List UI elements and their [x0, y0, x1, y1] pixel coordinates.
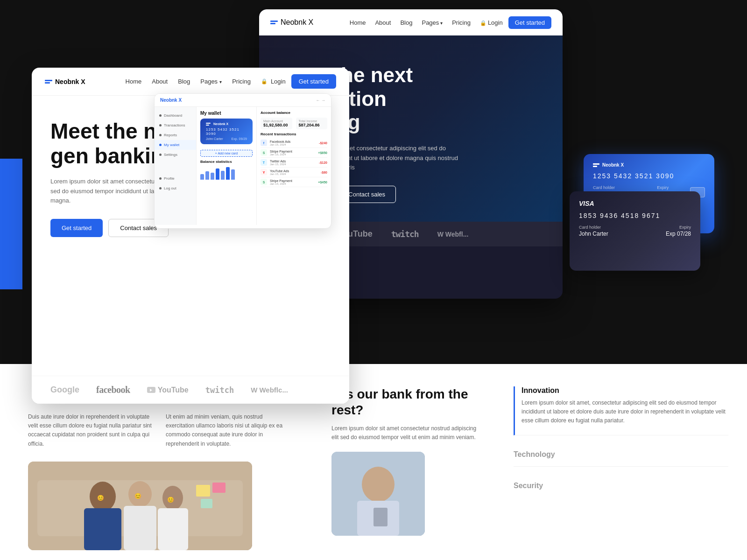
person-photo	[331, 452, 425, 536]
blue-card-logo-mark	[593, 163, 599, 167]
dash-sidebar-profile[interactable]: Profile	[155, 174, 196, 183]
dark-nav-logo: Neobnk X	[270, 18, 313, 27]
svg-rect-5	[124, 506, 156, 550]
white-nav-logo: Neobnk X	[45, 78, 85, 85]
white-nav-blog[interactable]: Blog	[178, 78, 190, 85]
bar-3	[211, 173, 214, 180]
black-card-footer: Card holder John Carter Expiry Exp 07/28	[579, 225, 691, 237]
svg-text:😊: 😊	[97, 494, 104, 501]
dark-nav-get-started-button[interactable]: Get started	[508, 16, 551, 29]
white-get-started-button[interactable]: Get started	[50, 219, 103, 237]
black-credit-card: VISA 1853 9436 4518 9671 Card holder Joh…	[570, 191, 700, 271]
dark-nav-about[interactable]: About	[375, 19, 391, 26]
trans-icon-stripe2: S	[261, 179, 267, 185]
trans-icon-facebook: f	[261, 140, 267, 146]
dark-nav-home[interactable]: Home	[350, 19, 366, 26]
differentiator-title: kes our bank from the rest?	[331, 386, 481, 418]
svg-rect-13	[201, 499, 212, 508]
dash-wallet-title: My wallet	[200, 111, 253, 116]
dark-nav-logo-text: Neobnk X	[281, 18, 313, 27]
svg-rect-11	[196, 485, 210, 497]
trans-icon-stripe1: S	[261, 149, 267, 156]
feature-security[interactable]: Security	[514, 474, 728, 497]
logo-mark-icon	[270, 21, 278, 24]
dash-recent-trans-title: Recent transactions	[261, 132, 327, 136]
dash-sidebar-wallet[interactable]: My wallet	[155, 140, 196, 150]
trans-icon-twitter: T	[261, 159, 267, 166]
white-nav-about[interactable]: About	[152, 78, 168, 85]
dash-total-income: Total Income $87,204.86	[296, 118, 328, 129]
trans-item-1: f Facebook Ads Jan 15, 2024 -$240	[261, 138, 327, 148]
dark-login-button[interactable]: Login	[480, 19, 503, 26]
feature-technology[interactable]: Technology	[514, 443, 728, 467]
white-partner-youtube: YouTube	[147, 386, 189, 394]
blue-card-number: 1253 5432 3521 3090	[593, 172, 705, 180]
dash-sidebar-settings[interactable]: Settings	[155, 150, 196, 160]
dash-transactions-title: Balance statistics	[200, 160, 253, 164]
dark-nav: Neobnk X Home About Blog Pages Pricing L…	[259, 9, 563, 35]
trans-icon-youtube: Y	[261, 169, 267, 175]
dash-sidebar-reports[interactable]: Reports	[155, 130, 196, 140]
bar-4	[216, 168, 219, 180]
dash-mini-card: Neobnk X 1253 5432 3521 3090 John Carter…	[200, 119, 253, 144]
black-card-holder-label: Card holder	[579, 225, 608, 230]
dash-header: Neobnk X ← →	[155, 94, 331, 107]
white-nav: Neobnk X Home About Blog Pages Pricing L…	[32, 68, 349, 96]
dash-sidebar-transactions[interactable]: Transactions	[155, 120, 196, 130]
white-partner-google: Google	[50, 385, 79, 395]
dash-card-brand-name: Neobnk X	[213, 122, 228, 126]
bank-col-2: Ut enim ad minim veniam, quis nostrud ex…	[166, 413, 289, 448]
dash-sidebar-bottom: Profile Log out	[155, 174, 196, 193]
bar-7	[231, 169, 235, 180]
white-login-button[interactable]: Login	[261, 78, 286, 85]
bank-account-cols: Duis aute irure dolor in reprehenderit i…	[28, 413, 289, 448]
white-nav-get-started-button[interactable]: Get started	[291, 74, 336, 89]
blue-card-expiry-label: Expiry	[643, 185, 669, 190]
dash-add-card-button[interactable]: + Add new card	[200, 150, 253, 157]
dash-main-content: My wallet Neobnk X 1253 5432 3521 3090 J…	[197, 107, 256, 225]
dash-main-balance: Main Account $1,92,580.00	[261, 118, 292, 129]
youtube-icon-white	[147, 387, 155, 393]
svg-point-15	[362, 467, 395, 502]
dash-card-number: 1253 5432 3521 3090	[206, 127, 247, 136]
svg-rect-7	[158, 508, 188, 550]
dash-sidebar-logout[interactable]: Log out	[155, 183, 196, 193]
dark-partner-twitch: twitch	[391, 229, 419, 239]
black-card-expiry: Exp 07/28	[666, 231, 691, 237]
dash-right-panel: Account balance Main Account $1,92,580.0…	[256, 107, 331, 225]
svg-rect-3	[84, 508, 121, 550]
dash-card-brand: Neobnk X	[206, 122, 247, 126]
trans-item-3: T Twitter Ads Jan 15, 2024 -$120	[261, 158, 327, 168]
dark-nav-links: Home About Blog Pages Pricing	[350, 19, 471, 26]
dark-nav-pricing[interactable]: Pricing	[452, 19, 471, 26]
credit-cards-stack: Neobnk X 1253 5432 3521 3090 Card holder…	[570, 154, 719, 275]
dash-card-holder: John Carter	[206, 137, 223, 140]
white-nav-pages[interactable]: Pages	[200, 78, 222, 85]
trans-item-2: S Stripe Payment Jan 15, 2024 +$850	[261, 148, 327, 158]
blue-card-brand: Neobnk X	[593, 162, 705, 168]
bar-5	[221, 171, 225, 180]
dash-sidebar-dashboard[interactable]: Dashboard	[155, 111, 196, 120]
dash-nav-controls: ← →	[316, 98, 325, 103]
features-list: Innovation Lorem ipsum dolor sit amet, c…	[514, 386, 728, 497]
black-card-expiry-block: Expiry Exp 07/28	[666, 225, 691, 237]
svg-rect-17	[374, 508, 388, 526]
white-nav-logo-text: Neobnk X	[55, 78, 85, 85]
trans-item-4: Y YouTube Ads Jan 15, 2024 -$80	[261, 168, 327, 177]
feature-innovation: Innovation Lorem ipsum dolor sit amet, c…	[514, 386, 728, 435]
white-partners-row: Google facebook YouTube twitch W Webflc.…	[32, 376, 349, 404]
dark-nav-blog[interactable]: Blog	[400, 19, 412, 26]
black-card-holder: John Carter	[579, 231, 608, 237]
bar-2	[205, 171, 209, 180]
white-nav-pricing[interactable]: Pricing	[232, 78, 251, 85]
svg-text:😊: 😊	[167, 496, 174, 503]
dash-transactions-list: f Facebook Ads Jan 15, 2024 -$240 S Stri…	[261, 138, 327, 187]
white-logo-mark-icon	[45, 80, 52, 84]
dash-card-expiry: Exp. 09/29	[232, 137, 247, 140]
dash-balance-row: Main Account $1,92,580.00 Total Income $…	[261, 118, 327, 129]
dark-nav-pages[interactable]: Pages	[422, 19, 443, 26]
white-nav-home[interactable]: Home	[126, 78, 142, 85]
dash-balance-title: Account balance	[261, 111, 327, 115]
black-card-number: 1853 9436 4518 9671	[579, 212, 691, 219]
white-partner-facebook: facebook	[96, 385, 130, 395]
